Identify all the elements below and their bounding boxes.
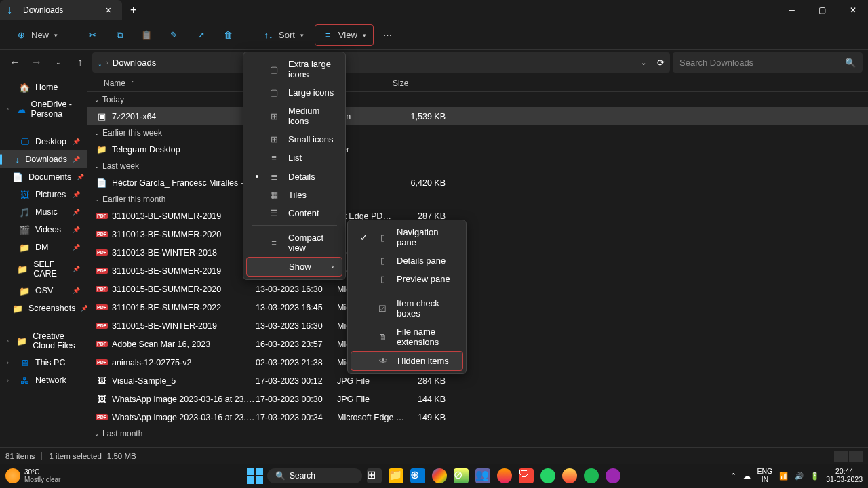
details-view-toggle[interactable] xyxy=(834,451,848,462)
taskbar-search[interactable]: 🔍Search xyxy=(267,468,362,483)
file-row[interactable]: PDFWhatsApp Image 2023-03-16 at 23.48.02… xyxy=(87,408,868,426)
start-button[interactable] xyxy=(245,466,264,485)
sidebar-item-thispc[interactable]: ›🖥This PC xyxy=(0,354,87,371)
sidebar-item-ccf[interactable]: ›📁Creative Cloud Files xyxy=(0,328,87,354)
close-icon[interactable]: × xyxy=(102,3,115,17)
sidebar-item-pictures[interactable]: 🖼Pictures📌 xyxy=(0,186,87,203)
sidebar-item-network[interactable]: ›🖧Network xyxy=(0,371,87,389)
file-row[interactable]: 📁Telegram Desktopder xyxy=(87,140,868,159)
up-button[interactable]: ↑ xyxy=(71,53,90,72)
taskbar-app[interactable]: 📁 xyxy=(387,466,406,485)
sidebar-item-videos[interactable]: 🎬Videos📌 xyxy=(0,221,87,239)
cloud-icon[interactable]: ☁ xyxy=(743,472,751,480)
taskbar-app[interactable] xyxy=(604,466,623,485)
menu-item-checkboxes[interactable]: ☑Item check boxes xyxy=(351,294,463,323)
taskbar-app[interactable]: 🛡 xyxy=(517,466,536,485)
file-row[interactable]: 🖼WhatsApp Image 2023-03-16 at 23.48.0217… xyxy=(87,390,868,408)
tab-downloads[interactable]: ↓ Downloads × xyxy=(0,0,122,20)
taskbar-app[interactable] xyxy=(430,466,449,485)
file-row[interactable]: PDF3110015-BE-SUMMER-201913-03-2023 16:3… xyxy=(87,262,868,280)
copy-button[interactable]: ⧉ xyxy=(108,25,131,45)
menu-item-medium[interactable]: ⊞Medium icons xyxy=(246,102,342,130)
back-button[interactable]: ← xyxy=(5,53,24,72)
sidebar-item-osv[interactable]: 📁OSV📌 xyxy=(0,282,87,300)
clock[interactable]: 20:4431-03-2023 xyxy=(826,468,863,483)
sort-button[interactable]: ↑↓Sort▾ xyxy=(256,25,311,45)
chevron-right-icon[interactable]: › xyxy=(7,338,11,344)
taskbar-app[interactable] xyxy=(538,466,557,485)
menu-item-tiles[interactable]: ▦Tiles xyxy=(246,186,342,204)
cut-button[interactable]: ✂ xyxy=(81,25,104,45)
file-row[interactable]: PDFanimals-12-02775-v202-03-2023 21:38Mi… xyxy=(87,353,868,371)
chevron-right-icon[interactable]: › xyxy=(7,359,14,366)
sidebar-item-downloads[interactable]: ↓Downloads📌 xyxy=(0,150,87,168)
file-row[interactable]: PDF3110013-BE-SUMMER-2020 xyxy=(87,225,868,243)
weather-widget[interactable]: 30°CMostly clear xyxy=(5,468,60,483)
column-name[interactable]: Name⌃ xyxy=(87,79,243,88)
chevron-right-icon[interactable]: › xyxy=(7,377,14,384)
file-row[interactable]: PDF3110015-BE-SUMMER-202013-03-2023 16:3… xyxy=(87,280,868,298)
new-button[interactable]: ⊕New▾ xyxy=(8,25,64,45)
group-last-month[interactable]: ⌄Last month xyxy=(87,426,868,441)
menu-item-list[interactable]: ≡List xyxy=(246,148,342,167)
more-button[interactable]: ⋯ xyxy=(378,26,397,44)
taskbar-app[interactable]: 👥 xyxy=(473,466,492,485)
menu-item-extra-large[interactable]: ▢Extra large icons xyxy=(246,55,342,83)
delete-button[interactable]: 🗑 xyxy=(216,25,239,45)
menu-item-details-pane[interactable]: ▯Details pane xyxy=(351,251,463,270)
file-row[interactable]: 🖼Visual-Sample_517-03-2023 00:12JPG File… xyxy=(87,371,868,390)
taskbar-app[interactable] xyxy=(582,466,601,485)
sidebar-item-documents[interactable]: 📄Documents📌 xyxy=(0,168,87,186)
taskbar-app[interactable] xyxy=(495,466,514,485)
new-tab-button[interactable]: + xyxy=(122,4,144,16)
group-last-week[interactable]: ⌄Last week xyxy=(87,159,868,174)
file-row[interactable]: PDF3110013-BE-SUMMER-2019oft Edge PD…287… xyxy=(87,207,868,225)
menu-item-small[interactable]: ⊞Small icons xyxy=(246,130,342,148)
path-segment[interactable]: Downloads xyxy=(113,58,156,68)
thumbnails-view-toggle[interactable] xyxy=(849,451,863,462)
volume-icon[interactable]: 🔊 xyxy=(795,472,804,481)
taskbar-app[interactable]: ⊘ xyxy=(452,466,471,485)
menu-item-preview-pane[interactable]: ▯Preview pane xyxy=(351,270,463,288)
file-row[interactable]: PDF3110015-BE-SUMMER-202213-03-2023 16:4… xyxy=(87,298,868,317)
sidebar-item-selfcare[interactable]: 📁SELF CARE📌 xyxy=(0,256,87,282)
menu-item-navigation-pane[interactable]: ✓▯Navigation pane xyxy=(351,223,463,251)
menu-item-details[interactable]: •≣Details xyxy=(246,167,342,186)
chevron-down-icon[interactable]: ⌄ xyxy=(641,59,646,66)
battery-icon[interactable]: 🔋 xyxy=(810,472,819,481)
sidebar-item-dm[interactable]: 📁DM📌 xyxy=(0,239,87,256)
address-bar[interactable]: ↓ › Downloads ⌄ ⟳ xyxy=(92,52,670,73)
taskbar-app[interactable]: ⊕ xyxy=(408,466,427,485)
history-chevron[interactable]: ⌄ xyxy=(49,53,68,72)
sidebar-item-music[interactable]: 🎵Music📌 xyxy=(0,203,87,221)
close-window-button[interactable]: ✕ xyxy=(837,0,868,20)
menu-item-file-extensions[interactable]: 🗎File name extensions xyxy=(351,323,463,351)
group-today[interactable]: ⌄Today xyxy=(87,92,868,107)
taskbar-app[interactable]: ⊞ xyxy=(365,466,384,485)
language-switcher[interactable]: ENGIN xyxy=(757,468,773,483)
file-row[interactable]: PDF3110013-BE-WINTER-201809-03-2023 11:4… xyxy=(87,243,868,262)
menu-item-compact[interactable]: ≡Compact view xyxy=(246,228,342,257)
rename-button[interactable]: ✎ xyxy=(162,25,185,45)
sidebar-item-home[interactable]: 🏠Home xyxy=(0,79,87,96)
menu-item-hidden-items[interactable]: 👁Hidden items xyxy=(351,351,463,371)
menu-item-content[interactable]: ☰Content xyxy=(246,204,342,222)
group-earlier-week[interactable]: ⌄Earlier this week xyxy=(87,125,868,140)
file-row[interactable]: ▣7z2201-x64tion1,539 KB xyxy=(87,107,868,125)
file-row[interactable]: PDF3110015-BE-WINTER-201913-03-2023 16:3… xyxy=(87,317,868,335)
search-input[interactable]: Search Downloads 🔍 xyxy=(673,52,863,73)
chevron-right-icon[interactable]: › xyxy=(7,106,12,113)
maximize-button[interactable]: ▢ xyxy=(807,0,837,20)
group-earlier-month[interactable]: ⌄Earlier this month xyxy=(87,192,868,207)
taskbar-app[interactable] xyxy=(560,466,579,485)
minimize-button[interactable]: ─ xyxy=(776,0,807,20)
column-size[interactable]: Size xyxy=(393,79,440,88)
sidebar-item-screenshots[interactable]: 📁Screenshots📌 xyxy=(0,300,87,317)
wifi-icon[interactable]: 📶 xyxy=(779,472,788,481)
forward-button[interactable]: → xyxy=(27,53,46,72)
menu-item-show[interactable]: Show› xyxy=(246,257,342,277)
paste-button[interactable]: 📋 xyxy=(135,25,158,45)
sidebar-item-desktop[interactable]: 🖵Desktop📌 xyxy=(0,133,87,150)
sidebar-item-onedrive[interactable]: ›☁OneDrive - Persona xyxy=(0,96,87,122)
share-button[interactable]: ↗ xyxy=(189,25,212,45)
